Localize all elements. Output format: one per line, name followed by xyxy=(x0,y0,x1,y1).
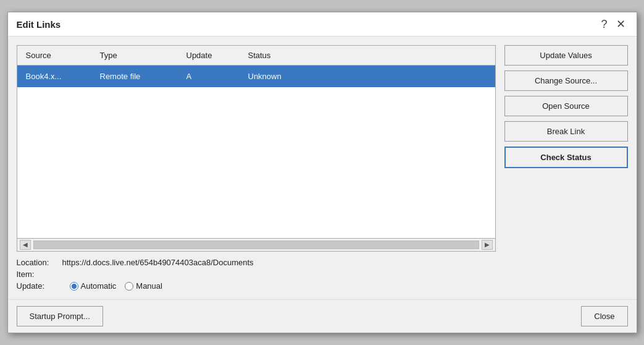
update-label: Update: xyxy=(17,281,60,291)
update-radio-group: Automatic Manual xyxy=(70,281,162,291)
update-values-button[interactable]: Update Values xyxy=(504,45,628,66)
col-header-source: Source xyxy=(22,48,96,62)
manual-radio-option[interactable]: Manual xyxy=(125,281,162,291)
horizontal-scrollbar: ◀ ▶ xyxy=(17,238,495,251)
location-value: https://d.docs.live.net/654b49074403aca8… xyxy=(62,258,254,267)
break-link-button[interactable]: Break Link xyxy=(504,121,628,142)
automatic-radio[interactable] xyxy=(70,282,78,291)
item-line: Item: xyxy=(17,270,496,279)
table-header: Source Type Update Status xyxy=(17,46,495,66)
manual-label: Manual xyxy=(136,281,162,291)
title-bar: Edit Links ? ✕ xyxy=(8,12,637,36)
scrollbar-track[interactable] xyxy=(33,241,479,249)
dialog-title: Edit Links xyxy=(17,19,61,30)
startup-prompt-button[interactable]: Startup Prompt... xyxy=(17,306,103,326)
col-header-type: Type xyxy=(96,48,183,62)
cell-source: Book4.x... xyxy=(22,68,96,85)
location-label: Location: xyxy=(17,258,60,267)
scroll-left-arrow[interactable]: ◀ xyxy=(20,240,31,250)
manual-radio[interactable] xyxy=(125,282,133,291)
info-area: Location: https://d.docs.live.net/654b49… xyxy=(17,258,496,291)
check-status-button[interactable]: Check Status xyxy=(504,147,628,168)
cell-update: A xyxy=(183,68,245,85)
col-header-update: Update xyxy=(183,48,245,62)
close-button[interactable]: ✕ xyxy=(614,19,628,30)
location-line: Location: https://d.docs.live.net/654b49… xyxy=(17,258,496,267)
table-row[interactable]: Book4.x... Remote file A Unknown xyxy=(17,66,495,87)
edit-links-dialog: Edit Links ? ✕ Source Type Update Status… xyxy=(7,12,637,333)
title-bar-controls: ? ✕ xyxy=(598,19,627,30)
update-line: Update: Automatic Manual xyxy=(17,281,496,291)
cell-type: Remote file xyxy=(96,68,183,85)
col-header-status: Status xyxy=(245,48,490,62)
automatic-radio-option[interactable]: Automatic xyxy=(70,281,117,291)
table-body: Book4.x... Remote file A Unknown xyxy=(17,66,495,238)
open-source-button[interactable]: Open Source xyxy=(504,96,628,116)
automatic-label: Automatic xyxy=(81,281,117,291)
close-button-footer[interactable]: Close xyxy=(581,306,627,326)
left-panel: Source Type Update Status Book4.x... Rem… xyxy=(17,45,496,291)
links-table: Source Type Update Status Book4.x... Rem… xyxy=(17,45,496,252)
scroll-right-arrow[interactable]: ▶ xyxy=(482,240,493,250)
dialog-body: Source Type Update Status Book4.x... Rem… xyxy=(8,36,637,299)
right-panel: Update Values Change Source... Open Sour… xyxy=(504,45,628,291)
help-button[interactable]: ? xyxy=(598,19,609,30)
cell-status: Unknown xyxy=(245,68,490,85)
item-label: Item: xyxy=(17,270,60,279)
change-source-button[interactable]: Change Source... xyxy=(504,70,628,91)
dialog-footer: Startup Prompt... Close xyxy=(8,299,637,333)
